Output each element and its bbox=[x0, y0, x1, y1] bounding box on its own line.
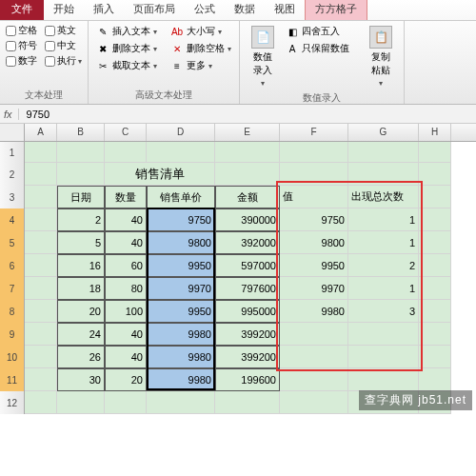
tab-start[interactable]: 开始 bbox=[44, 0, 84, 20]
tab-formula[interactable]: 公式 bbox=[185, 0, 225, 20]
cell-A6[interactable] bbox=[25, 254, 57, 277]
cell-E5[interactable]: 392000 bbox=[215, 231, 280, 254]
cell-B9[interactable]: 24 bbox=[57, 323, 105, 346]
row-header-12[interactable]: 12 bbox=[0, 391, 25, 414]
cell-A8[interactable] bbox=[25, 300, 57, 323]
cell-A10[interactable] bbox=[25, 346, 57, 368]
cell-D4[interactable]: 9750 bbox=[147, 208, 215, 231]
cell-F6[interactable]: 9950 bbox=[280, 254, 348, 277]
cell-E6[interactable]: 597000 bbox=[215, 254, 280, 277]
cell-G11[interactable] bbox=[348, 368, 419, 391]
cell-B12[interactable] bbox=[57, 391, 105, 414]
cell-G5[interactable]: 1 bbox=[348, 231, 419, 254]
cell-H2[interactable] bbox=[419, 163, 451, 186]
chk-symbol[interactable]: 符号 bbox=[6, 39, 37, 52]
btn-keep-num[interactable]: A只保留数值 bbox=[284, 41, 351, 56]
chk-en[interactable]: 英文 bbox=[45, 24, 82, 37]
cell-D9[interactable]: 9980 bbox=[147, 323, 215, 346]
formula-value[interactable]: 9750 bbox=[18, 109, 50, 120]
cell-D11[interactable]: 9980 bbox=[147, 368, 215, 391]
cell-F11[interactable] bbox=[280, 368, 348, 391]
col-header-A[interactable]: A bbox=[25, 124, 57, 141]
row-header-1[interactable]: 1 bbox=[0, 142, 25, 163]
cell-B7[interactable]: 18 bbox=[57, 277, 105, 300]
chk-digit[interactable]: 数字 bbox=[6, 54, 37, 68]
cell-G4[interactable]: 1 bbox=[348, 208, 419, 231]
cell-B8[interactable]: 20 bbox=[57, 300, 105, 323]
cell-C2[interactable]: 销售清单 bbox=[105, 163, 215, 186]
tab-view[interactable]: 视图 bbox=[265, 0, 305, 20]
cell-E8[interactable]: 995000 bbox=[215, 300, 280, 323]
select-all-corner[interactable] bbox=[0, 124, 25, 141]
btn-insert-text[interactable]: ✎插入文本 ▾ bbox=[94, 24, 159, 39]
cell-F10[interactable] bbox=[280, 346, 348, 368]
row-header-4[interactable]: 4 bbox=[0, 208, 25, 231]
chk-cn[interactable]: 中文 bbox=[45, 39, 82, 52]
cell-F1[interactable] bbox=[280, 142, 348, 163]
cell-B1[interactable] bbox=[57, 142, 105, 163]
cell-B5[interactable]: 5 bbox=[57, 231, 105, 254]
col-header-G[interactable]: G bbox=[348, 124, 419, 141]
cell-C10[interactable]: 40 bbox=[105, 346, 147, 368]
cell-D6[interactable]: 9950 bbox=[147, 254, 215, 277]
row-header-6[interactable]: 6 bbox=[0, 254, 25, 277]
cell-B6[interactable]: 16 bbox=[57, 254, 105, 277]
cell-D7[interactable]: 9970 bbox=[147, 277, 215, 300]
btn-num-entry[interactable]: 📄 数值 录入▾ bbox=[246, 24, 280, 89]
cell-H7[interactable] bbox=[419, 277, 451, 300]
tab-fangge[interactable]: 方方格子 bbox=[305, 0, 367, 20]
col-header-B[interactable]: B bbox=[57, 124, 105, 141]
chk-exec[interactable]: 执行 ▾ bbox=[45, 54, 82, 68]
cell-H6[interactable] bbox=[419, 254, 451, 277]
btn-more[interactable]: ≡更多 ▾ bbox=[169, 58, 233, 73]
tab-layout[interactable]: 页面布局 bbox=[124, 0, 185, 20]
cell-A5[interactable] bbox=[25, 231, 57, 254]
cell-B11[interactable]: 30 bbox=[57, 368, 105, 391]
btn-delete-text[interactable]: ✖删除文本 ▾ bbox=[94, 41, 159, 56]
cell-H1[interactable] bbox=[419, 142, 451, 163]
row-header-8[interactable]: 8 bbox=[0, 300, 25, 323]
cell-F3[interactable]: 值 bbox=[280, 186, 348, 208]
cell-G8[interactable]: 3 bbox=[348, 300, 419, 323]
cell-B10[interactable]: 26 bbox=[57, 346, 105, 368]
cell-C3[interactable]: 数量 bbox=[105, 186, 147, 208]
cell-H3[interactable] bbox=[419, 186, 451, 208]
cell-E2[interactable] bbox=[215, 163, 280, 186]
btn-case[interactable]: Ab大小写 ▾ bbox=[169, 24, 233, 39]
cell-A2[interactable] bbox=[25, 163, 57, 186]
row-header-9[interactable]: 9 bbox=[0, 323, 25, 346]
btn-copy-paste[interactable]: 📋 复制 粘贴▾ bbox=[364, 24, 398, 89]
cell-H5[interactable] bbox=[419, 231, 451, 254]
cell-H10[interactable] bbox=[419, 346, 451, 368]
cell-E12[interactable] bbox=[215, 391, 280, 414]
row-header-3[interactable]: 3 bbox=[0, 186, 25, 208]
cell-H11[interactable] bbox=[419, 368, 451, 391]
cell-A7[interactable] bbox=[25, 277, 57, 300]
cell-C11[interactable]: 20 bbox=[105, 368, 147, 391]
cell-H8[interactable] bbox=[419, 300, 451, 323]
cell-D3[interactable]: 销售单价 bbox=[147, 186, 215, 208]
cell-G6[interactable]: 2 bbox=[348, 254, 419, 277]
cell-F12[interactable] bbox=[280, 391, 348, 414]
tab-data[interactable]: 数据 bbox=[225, 0, 265, 20]
cell-C1[interactable] bbox=[105, 142, 147, 163]
cell-A9[interactable] bbox=[25, 323, 57, 346]
cell-D10[interactable]: 9980 bbox=[147, 346, 215, 368]
btn-round[interactable]: ◧四舍五入 bbox=[284, 24, 351, 39]
col-header-H[interactable]: H bbox=[419, 124, 451, 141]
cell-F9[interactable] bbox=[280, 323, 348, 346]
col-header-D[interactable]: D bbox=[147, 124, 215, 141]
btn-cut-text[interactable]: ✂截取文本 ▾ bbox=[94, 58, 159, 73]
cell-G1[interactable] bbox=[348, 142, 419, 163]
fx-icon[interactable]: fx bbox=[4, 109, 12, 120]
cell-C5[interactable]: 40 bbox=[105, 231, 147, 254]
cell-B4[interactable]: 2 bbox=[57, 208, 105, 231]
row-header-7[interactable]: 7 bbox=[0, 277, 25, 300]
cell-A11[interactable] bbox=[25, 368, 57, 391]
cell-E4[interactable]: 390000 bbox=[215, 208, 280, 231]
cell-C9[interactable]: 40 bbox=[105, 323, 147, 346]
cell-D5[interactable]: 9800 bbox=[147, 231, 215, 254]
cell-D1[interactable] bbox=[147, 142, 215, 163]
col-header-C[interactable]: C bbox=[105, 124, 147, 141]
cell-G9[interactable] bbox=[348, 323, 419, 346]
